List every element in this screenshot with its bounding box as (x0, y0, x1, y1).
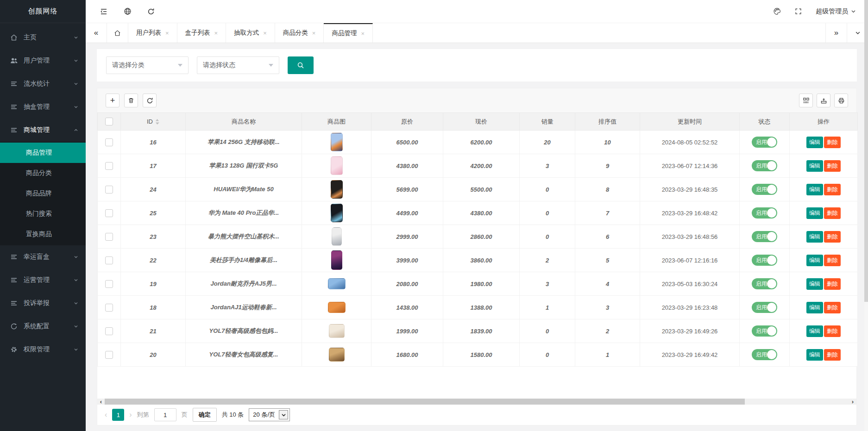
trash-icon (128, 97, 134, 104)
close-icon[interactable]: × (361, 30, 365, 37)
edit-button[interactable]: 编辑 (806, 255, 823, 266)
page-size-select[interactable]: 20 条/页 (249, 408, 290, 421)
fullscreen-icon[interactable] (795, 8, 802, 15)
scroll-left-icon[interactable]: ‹ (97, 399, 105, 405)
category-select[interactable]: 请选择分类 (106, 56, 189, 74)
delete-button[interactable]: 删除 (824, 302, 841, 313)
status-toggle[interactable]: 启用 (752, 255, 777, 266)
vertical-scrollbar[interactable] (864, 0, 868, 431)
status-toggle[interactable]: 启用 (752, 160, 777, 171)
status-toggle[interactable]: 启用 (752, 302, 777, 313)
row-checkbox[interactable] (105, 256, 113, 264)
status-toggle[interactable]: 启用 (752, 349, 777, 360)
print-button[interactable] (834, 94, 848, 107)
delete-button[interactable]: 删除 (824, 137, 841, 148)
edit-button[interactable]: 编辑 (806, 160, 823, 172)
status-toggle[interactable]: 启用 (752, 207, 777, 219)
collapse-sidebar-icon[interactable] (100, 8, 108, 15)
submenu-label: 置换商品 (26, 230, 52, 238)
row-checkbox[interactable] (105, 280, 113, 288)
sidebar-item-users[interactable]: 用户管理 (0, 49, 86, 72)
tab-user-list[interactable]: 用户列表× (128, 23, 177, 43)
delete-button[interactable]: 删除 (824, 325, 841, 337)
sidebar-item-lucky-box[interactable]: 幸运盲盒 (0, 245, 86, 269)
close-icon[interactable]: × (312, 30, 316, 37)
submenu-item-product-management[interactable]: 商品管理 (0, 143, 86, 163)
row-checkbox[interactable] (105, 351, 113, 359)
refresh-icon[interactable] (147, 8, 155, 15)
row-checkbox[interactable] (105, 304, 113, 312)
goto-page-input[interactable] (154, 408, 176, 421)
submenu-item-hot-search[interactable]: 热门搜索 (0, 204, 86, 224)
add-button[interactable]: + (106, 94, 120, 107)
row-checkbox[interactable] (105, 186, 113, 194)
edit-button[interactable]: 编辑 (806, 278, 823, 290)
scrollbar-thumb[interactable] (864, 0, 868, 302)
batch-delete-button[interactable] (124, 94, 138, 107)
status-toggle[interactable]: 启用 (752, 278, 777, 289)
submenu-item-exchange-product[interactable]: 置换商品 (0, 224, 86, 244)
edit-button[interactable]: 编辑 (806, 325, 823, 337)
delete-button[interactable]: 删除 (824, 278, 841, 290)
submenu-item-product-brand[interactable]: 商品品牌 (0, 183, 86, 204)
theme-palette-icon[interactable] (773, 7, 781, 15)
edit-button[interactable]: 编辑 (806, 184, 823, 195)
delete-button[interactable]: 删除 (824, 231, 841, 243)
export-button[interactable] (817, 94, 830, 107)
reload-button[interactable] (143, 94, 157, 107)
sidebar-item-flow-stats[interactable]: 流水统计 (0, 72, 86, 95)
sidebar-item-home[interactable]: 主页 (0, 26, 86, 49)
tab-box-list[interactable]: 盒子列表× (177, 23, 226, 43)
search-button[interactable] (288, 56, 314, 74)
close-icon[interactable]: × (214, 30, 218, 37)
sidebar-item-permissions[interactable]: 权限管理 (0, 338, 86, 361)
status-select[interactable]: 请选择状态 (197, 56, 279, 74)
status-toggle[interactable]: 启用 (752, 325, 777, 337)
edit-button[interactable]: 编辑 (806, 302, 823, 313)
prev-page-icon[interactable]: ‹ (105, 411, 107, 419)
tab-draw-method[interactable]: 抽取方式× (226, 23, 275, 43)
tabs-scroll-right-button[interactable]: » (825, 23, 847, 43)
edit-button[interactable]: 编辑 (806, 231, 823, 243)
status-toggle[interactable]: 启用 (752, 137, 777, 148)
submenu-item-product-category[interactable]: 商品分类 (0, 163, 86, 183)
column-config-button[interactable] (799, 94, 813, 107)
select-all-checkbox[interactable] (105, 118, 113, 125)
delete-button[interactable]: 删除 (824, 349, 841, 361)
confirm-button[interactable]: 确定 (193, 408, 217, 422)
scrollbar-track[interactable] (105, 399, 849, 405)
edit-button[interactable]: 编辑 (806, 137, 823, 148)
horizontal-scrollbar[interactable]: ‹ › (97, 399, 856, 405)
current-page-button[interactable]: 1 (112, 409, 124, 421)
row-checkbox[interactable] (105, 233, 113, 241)
user-menu[interactable]: 超级管理员 (816, 7, 856, 16)
row-checkbox[interactable] (105, 327, 113, 335)
language-globe-icon[interactable] (124, 7, 132, 15)
edit-button[interactable]: 编辑 (806, 349, 823, 361)
delete-button[interactable]: 删除 (824, 255, 841, 266)
row-checkbox[interactable] (105, 209, 113, 217)
sidebar-item-box-management[interactable]: 抽盒管理 (0, 95, 86, 119)
delete-button[interactable]: 删除 (824, 160, 841, 172)
tabs-scroll-left-button[interactable]: « (86, 23, 107, 43)
row-checkbox[interactable] (105, 162, 113, 170)
status-toggle[interactable]: 启用 (752, 184, 777, 195)
scrollbar-thumb[interactable] (105, 399, 745, 405)
close-icon[interactable]: × (165, 30, 169, 37)
edit-button[interactable]: 编辑 (806, 207, 823, 219)
sidebar-item-operations[interactable]: 运营管理 (0, 269, 86, 292)
status-toggle[interactable]: 启用 (752, 231, 777, 242)
sidebar-item-system-config[interactable]: 系统配置 (0, 315, 86, 338)
delete-button[interactable]: 删除 (824, 184, 841, 195)
scroll-right-icon[interactable]: › (849, 399, 856, 405)
delete-button[interactable]: 删除 (824, 207, 841, 219)
tab-product-category[interactable]: 商品分类× (275, 23, 324, 43)
tab-home[interactable] (107, 23, 128, 43)
close-icon[interactable]: × (263, 30, 267, 37)
sort-icon[interactable] (155, 119, 159, 125)
sidebar-item-complaints[interactable]: 投诉举报 (0, 292, 86, 315)
row-checkbox[interactable] (105, 138, 113, 146)
next-page-icon[interactable]: › (129, 411, 132, 419)
sidebar-item-mall-management[interactable]: 商城管理 (0, 119, 86, 142)
tab-product-management[interactable]: 商品管理× (324, 23, 373, 43)
